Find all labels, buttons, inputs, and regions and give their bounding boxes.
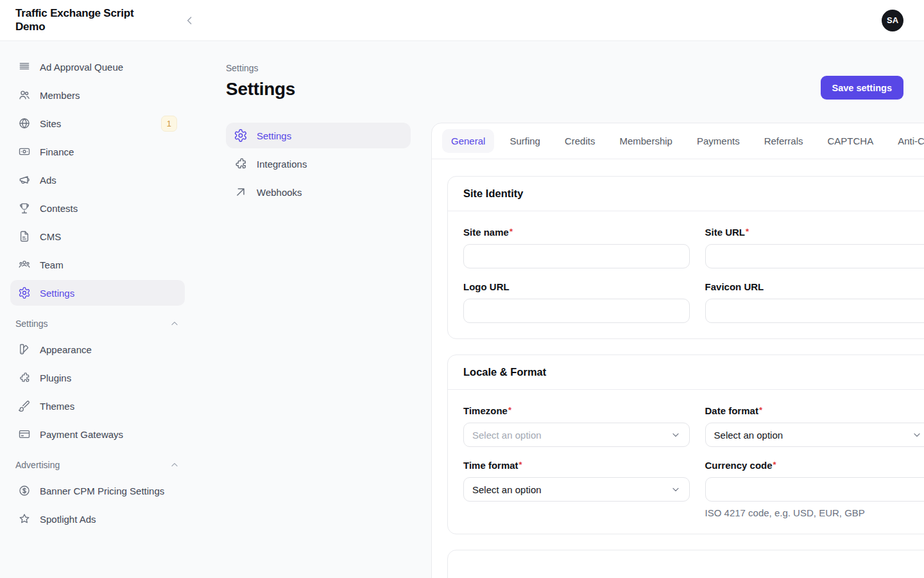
tab-credits[interactable]: Credits [556,129,604,153]
subnav-item-settings[interactable]: Settings [226,123,411,148]
currency-code-hint: ISO 4217 code, e.g. USD, EUR, GBP [705,507,924,518]
chevron-up-icon [169,460,180,470]
team-icon [18,258,31,271]
sidebar-item-appearance[interactable]: Appearance [10,337,185,362]
field-label: Site name* [463,227,690,238]
settings-card: General Surfing Credits Membership Payme… [431,123,924,578]
chevron-left-icon [184,14,196,27]
time-format-field: Time format* Select an option [463,460,690,518]
credit-card-icon [18,428,31,441]
arrow-up-right-icon [234,185,248,199]
field-label: Date format* [705,405,924,416]
favicon-url-input[interactable] [705,299,924,323]
tab-general[interactable]: General [442,129,494,153]
site-url-input[interactable] [705,244,924,268]
subnav-item-label: Integrations [257,159,307,170]
chevron-down-icon [912,430,922,440]
time-format-select[interactable]: Select an option [463,477,690,502]
sidebar-group-advertising[interactable]: Advertising [10,452,185,478]
subnav-item-label: Settings [257,130,291,141]
sidebar-group-label: Advertising [15,460,60,470]
required-marker: * [508,405,511,415]
sidebar-item-ads[interactable]: Ads [10,167,185,193]
tab-membership[interactable]: Membership [610,129,681,153]
chevron-down-icon [671,484,681,495]
save-settings-button[interactable]: Save settings [821,76,904,100]
locale-format-panel: Locale & Format Timezone* Select an opti… [447,355,924,534]
required-marker: * [519,460,522,469]
tab-payments[interactable]: Payments [688,129,749,153]
app-title: Traffic Exchange Script Demo [15,7,166,33]
sidebar-item-label: Ad Approval Queue [40,62,123,73]
field-label: Currency code* [705,460,924,471]
sidebar-item-members[interactable]: Members [10,82,185,108]
timezone-select[interactable]: Select an option [463,423,690,447]
sidebar-item-label: Sites [40,118,61,129]
tab-captcha[interactable]: CAPTCHA [819,129,883,153]
queue-list-icon [18,60,31,73]
page-title: Settings [226,79,295,100]
sidebar-item-settings[interactable]: Settings [10,280,185,306]
sidebar-item-label: Finance [40,146,74,157]
required-marker: * [509,227,513,236]
chevron-up-icon [169,319,180,329]
date-format-select[interactable]: Select an option [705,423,924,447]
sidebar-item-label: Appearance [40,344,92,355]
sidebar-item-team[interactable]: Team [10,252,185,277]
sidebar-item-spotlight-ads[interactable]: Spotlight Ads [10,506,185,532]
tab-surfing[interactable]: Surfing [501,129,549,153]
sidebar-item-banner-cpm-pricing[interactable]: Banner CPM Pricing Settings [10,478,185,504]
select-value: Select an option [714,430,783,441]
site-url-field: Site URL* [705,227,924,268]
logo-url-input[interactable] [463,299,690,323]
document-icon [18,230,31,243]
sidebar-item-label: Members [40,90,80,101]
subnav-item-webhooks[interactable]: Webhooks [226,179,411,205]
partial-panel [447,550,924,578]
site-identity-panel: Site Identity Site name* Site URL* [447,176,924,339]
panel-title: Locale & Format [448,355,924,390]
required-marker: * [773,460,776,469]
sidebar-item-label: Ads [40,175,56,186]
select-value: Select an option [472,484,542,495]
sidebar-item-payment-gateways[interactable]: Payment Gateways [10,421,185,447]
currency-code-field: Currency code* ISO 4217 code, e.g. USD, … [705,460,924,518]
tab-anti-cheat[interactable]: Anti-Cheat [889,129,924,153]
topbar: Traffic Exchange Script Demo SA [0,0,924,41]
gear-icon [18,286,31,299]
sidebar-item-plugins[interactable]: Plugins [10,365,185,390]
gear-icon [234,128,248,143]
megaphone-icon [18,173,31,186]
field-label: Time format* [463,460,690,471]
globe-icon [18,117,31,130]
sidebar-item-label: Contests [40,203,78,214]
sidebar-group-settings[interactable]: Settings [10,311,185,337]
sidebar-item-label: Team [40,259,64,270]
sidebar-item-themes[interactable]: Themes [10,393,185,419]
paintbrush-icon [18,399,31,412]
sidebar-item-label: Payment Gateways [40,429,123,440]
site-name-field: Site name* [463,227,690,268]
site-name-input[interactable] [463,244,690,268]
sidebar-item-label: Spotlight Ads [40,514,96,525]
favicon-url-field: Favicon URL [705,281,924,323]
currency-code-input[interactable] [705,477,924,502]
sidebar-item-ad-approval-queue[interactable]: Ad Approval Queue [10,54,185,80]
sidebar-group-label: Settings [15,319,48,329]
breadcrumb: Settings [226,63,295,73]
sidebar-item-finance[interactable]: Finance [10,139,185,164]
sidebar-item-sites[interactable]: Sites 1 [10,110,185,136]
tab-referrals[interactable]: Referrals [755,129,812,153]
sidebar-item-cms[interactable]: CMS [10,223,185,249]
field-label: Favicon URL [705,281,924,292]
subnav-item-integrations[interactable]: Integrations [226,151,411,177]
date-format-field: Date format* Select an option [705,405,924,447]
user-avatar[interactable]: SA [882,10,903,31]
sidebar-collapse-button[interactable] [181,12,199,30]
sidebar-item-contests[interactable]: Contests [10,195,185,221]
timezone-field: Timezone* Select an option [463,405,690,447]
page-header: Settings Settings Save settings [226,63,903,100]
dollar-circle-icon [18,484,31,497]
select-placeholder: Select an option [472,430,542,441]
puzzle-icon [234,157,248,171]
